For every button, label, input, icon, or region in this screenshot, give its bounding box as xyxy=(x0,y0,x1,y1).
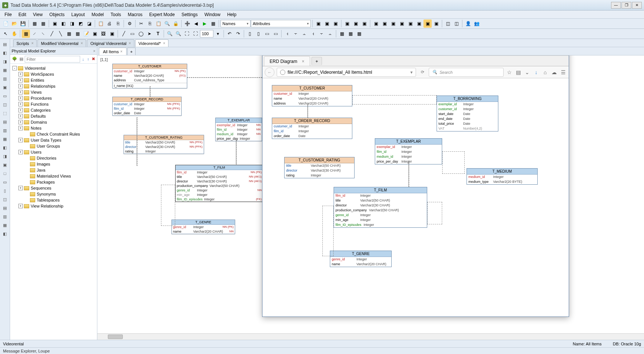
ellipse-icon[interactable]: ◯ xyxy=(137,30,145,38)
vs21-icon[interactable]: ▥ xyxy=(1,213,9,220)
find-icon[interactable]: 🔍 xyxy=(163,19,171,28)
g9-icon[interactable]: ▣ xyxy=(389,19,397,28)
vs15-icon[interactable]: ▣ xyxy=(1,161,9,169)
tree-node[interactable]: +User Data Types xyxy=(11,137,96,143)
align-r-icon[interactable]: ⫠ xyxy=(300,30,309,38)
expand-icon[interactable] xyxy=(24,192,29,196)
tree-node[interactable]: +Domains xyxy=(11,119,96,125)
expand-icon[interactable] xyxy=(24,156,29,160)
chat-icon[interactable]: ☁ xyxy=(551,69,558,75)
attributes-dropdown[interactable]: Attributes xyxy=(251,20,311,27)
lock-icon[interactable]: 🔒 xyxy=(171,19,180,28)
expand-icon[interactable] xyxy=(24,198,29,202)
rel2-icon[interactable]: ⟍ xyxy=(39,30,47,38)
menu-layout[interactable]: Layout xyxy=(69,11,88,18)
gear-icon[interactable]: ⚙ xyxy=(125,19,134,28)
cut-icon[interactable]: ✂ xyxy=(137,19,145,28)
table2-icon[interactable]: ▦ xyxy=(39,19,47,28)
expand-icon[interactable]: + xyxy=(18,72,23,76)
canvas-tab-add[interactable]: + xyxy=(127,48,136,55)
tree[interactable]: -Videorental+WorkSpaces+Entities+Relatio… xyxy=(10,64,97,340)
tree-icon1[interactable]: 🌳 xyxy=(12,55,18,63)
align-t-icon[interactable]: ⫞ xyxy=(309,30,317,38)
pocket-icon[interactable]: ⌄ xyxy=(524,69,531,75)
expand-icon[interactable]: + xyxy=(18,96,23,100)
expand-icon[interactable]: + xyxy=(18,90,23,94)
grid2-icon[interactable]: ▦ xyxy=(346,30,355,38)
vs4-icon[interactable]: ▦ xyxy=(1,66,9,74)
b-entity-rating[interactable]: T_CUSTOMER_RATING titleVarchar2(50 CHAR)… xyxy=(284,157,355,178)
g7-icon[interactable]: ▣ xyxy=(372,19,380,28)
vs6-icon[interactable]: ▣ xyxy=(1,84,9,91)
g4-icon[interactable]: ▣ xyxy=(343,19,351,28)
close-icon[interactable]: × xyxy=(302,59,304,64)
menu-model[interactable]: Model xyxy=(89,11,107,18)
zoomin-icon[interactable]: 🔍 xyxy=(165,30,174,38)
tree-node[interactable]: Tablespaces xyxy=(11,197,96,203)
tree-node[interactable]: +Sequences xyxy=(11,185,96,191)
explorer-close-icon[interactable]: × xyxy=(93,49,95,53)
g5-icon[interactable]: ▣ xyxy=(352,19,360,28)
star-icon[interactable]: ☆ xyxy=(506,69,513,75)
tool4-icon[interactable]: ◩ xyxy=(76,19,85,28)
tree-node[interactable]: Materialized Views xyxy=(11,173,96,179)
close-icon[interactable]: × xyxy=(120,49,122,54)
expand-icon[interactable]: + xyxy=(18,120,23,124)
g2-icon[interactable]: ▣ xyxy=(323,19,331,28)
a1-icon[interactable]: ▯ xyxy=(246,30,254,38)
br-tab-erd[interactable]: ERD Diagram× xyxy=(264,56,310,66)
b-entity-film[interactable]: T_FILM film_idInteger titleVarchar2(50 C… xyxy=(334,187,427,228)
vs22-icon[interactable]: ▦ xyxy=(1,221,9,229)
menu-file[interactable]: File xyxy=(1,11,15,18)
tree-node[interactable]: +Functions xyxy=(11,101,96,107)
menu-view[interactable]: View xyxy=(30,11,46,18)
tree-node[interactable]: Java xyxy=(11,167,96,173)
vs2-icon[interactable]: ◧ xyxy=(1,49,9,57)
g3-icon[interactable]: ▣ xyxy=(331,19,340,28)
expand-icon[interactable] xyxy=(24,174,29,178)
entity-order[interactable]: T_ORDER_RECORD customer_idIntegerNN (PFK… xyxy=(112,97,182,116)
expand-icon[interactable]: + xyxy=(18,78,23,82)
g1-icon[interactable]: ▣ xyxy=(314,19,322,28)
b-entity-medium[interactable]: T_MEDIUM medium_idInteger medium_typeVar… xyxy=(467,168,538,185)
vs3-icon[interactable]: ◨ xyxy=(1,58,9,65)
align-c-icon[interactable]: ⫟ xyxy=(292,30,300,38)
menu-settings[interactable]: Settings xyxy=(179,11,201,18)
reload-icon[interactable]: ⟳ xyxy=(418,70,426,75)
maximize-button[interactable]: ❐ xyxy=(622,2,631,9)
vs16-icon[interactable]: □ xyxy=(1,170,9,177)
vs17-icon[interactable]: ▭ xyxy=(1,178,9,186)
rel4-icon[interactable]: ╲ xyxy=(56,30,64,38)
zoomfit-icon[interactable]: ⛶ xyxy=(183,30,191,38)
tree-node[interactable]: +Users xyxy=(11,149,96,155)
tree-node[interactable]: Synonyms xyxy=(11,191,96,197)
user-icon[interactable]: 👤 xyxy=(464,19,472,28)
align-b-icon[interactable]: ⫠ xyxy=(326,30,334,38)
print-icon[interactable]: 🖨 xyxy=(105,19,113,28)
entity-exemplar[interactable]: T_EXEMPLAR exemplar_idIntegerNN film_idI… xyxy=(215,118,262,141)
close-icon[interactable]: × xyxy=(163,41,165,45)
expand-icon[interactable]: + xyxy=(18,186,23,190)
hamburger-icon[interactable]: ☰ xyxy=(560,69,566,75)
tab-original[interactable]: Original Videorental× xyxy=(87,39,134,47)
grid-icon[interactable]: ▦ xyxy=(209,19,217,28)
rel1-icon[interactable]: ⟋ xyxy=(30,30,39,38)
tool2-icon[interactable]: ◧ xyxy=(59,19,67,28)
tab-scripts[interactable]: Scripts× xyxy=(13,39,37,47)
menu-window[interactable]: Window xyxy=(201,11,224,18)
g10-icon[interactable]: ▣ xyxy=(398,19,406,28)
entity-film[interactable]: T_FILM film_idIntegerNN (PK) titleVarcha… xyxy=(175,165,263,202)
tree-node[interactable]: +WorkSpaces xyxy=(11,71,96,77)
export-icon[interactable]: ⎘ xyxy=(114,19,122,28)
browser-body[interactable]: T_CUSTOMER customer_idInteger nameVarcha… xyxy=(262,78,569,317)
g15-icon[interactable]: ◫ xyxy=(444,19,452,28)
vs19-icon[interactable]: ◫ xyxy=(1,196,9,203)
tool5-icon[interactable]: ◪ xyxy=(85,19,93,28)
scroll-thumb[interactable] xyxy=(108,335,123,339)
tree-node[interactable]: +Defaults xyxy=(11,113,96,119)
image-icon[interactable]: 🖼 xyxy=(99,30,107,38)
copy-icon[interactable]: ⎘ xyxy=(146,19,154,28)
tree-node[interactable]: +Entities xyxy=(11,77,96,83)
close-icon[interactable]: × xyxy=(129,41,131,45)
hand-icon[interactable]: ✋ xyxy=(10,30,18,38)
